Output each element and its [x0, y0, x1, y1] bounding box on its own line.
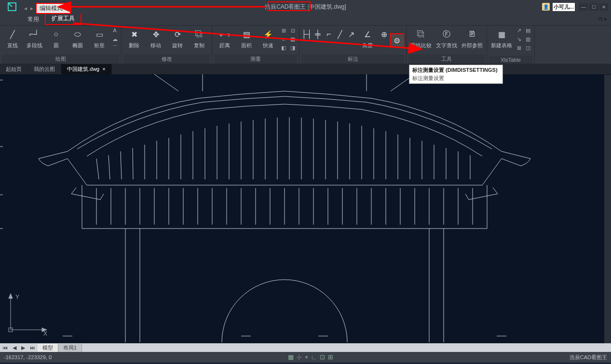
tool-rotate[interactable]: ⟳旋转	[167, 27, 188, 50]
xls-mini: ↗ ↘ ⊞	[515, 27, 523, 52]
fast-icon: ⚡	[261, 27, 275, 41]
doc-tab-start[interactable]: 起始页	[0, 64, 28, 74]
nav-back-icon[interactable]: ◄	[23, 6, 28, 11]
maximize-button[interactable]: ☐	[589, 3, 598, 11]
layout-nav-next-icon[interactable]: ▶	[19, 345, 27, 351]
dim6-icon: ⊕	[377, 27, 391, 41]
tool-dim-4[interactable]: ╱	[335, 27, 345, 42]
doc-tab-cloud[interactable]: 我的云图	[28, 64, 61, 74]
measure-mini-4-icon[interactable]: ⊡	[288, 27, 297, 34]
measure-mini-5-icon[interactable]: ▦	[288, 35, 297, 43]
xref-icon: 🖹	[465, 27, 479, 41]
status-tool-2-icon[interactable]: ⊹	[297, 353, 302, 361]
mode-dropdown[interactable]: 编辑模式 ▾	[36, 3, 71, 14]
status-tool-4-icon[interactable]: ∟	[311, 353, 317, 361]
close-button[interactable]: ✕	[599, 3, 608, 11]
tool-dim-5[interactable]: ↗	[346, 27, 356, 42]
status-tool-6-icon[interactable]: ⊞	[328, 353, 333, 361]
tool-copy[interactable]: ⿻复制	[189, 27, 210, 50]
tool-compare[interactable]: ⿻图纸比较	[408, 27, 434, 50]
tool-ellipse[interactable]: ⬭椭圆	[67, 27, 88, 50]
layout-nav-first-icon[interactable]: ⏮	[0, 345, 10, 351]
xls-mini-6-icon[interactable]: ◫	[524, 44, 532, 52]
xls-mini-5-icon[interactable]: ▥	[524, 35, 532, 43]
layout-nav-last-icon[interactable]: ⏭	[27, 345, 38, 351]
copy-icon: ⿻	[192, 27, 206, 41]
tool-move[interactable]: ✥移动	[145, 27, 166, 50]
document-tabs: 起始页 我的云图 中国建筑.dwg ×	[0, 64, 611, 74]
measure-mini-3-icon[interactable]: ◧	[279, 44, 288, 52]
rect-icon: ▭	[93, 27, 106, 41]
tooltip-dimdistsettings: 标注测量设置 (DIMDISTSETTINGS) 标注测量设置	[409, 65, 503, 84]
table-icon: ▦	[495, 27, 508, 41]
drawing-svg: Y X	[0, 74, 604, 343]
area-icon: ▨	[240, 27, 253, 41]
circle-icon: ○	[49, 27, 63, 41]
minimize-button[interactable]: —	[579, 3, 588, 11]
group-label-annotate: 标注	[301, 54, 404, 64]
tool-dimdistsettings[interactable]: ⚙	[390, 33, 404, 48]
tool-circle[interactable]: ○圆	[45, 27, 67, 50]
status-tools: ▦ ⊹ ⌖ ∟ ⊡ ⊞	[288, 353, 334, 361]
ribbon-group-measure: ⟷距离 ▨面积 ⚡快速 ⊞ ≡ ◧ ⊡ ▦ ◨ 测量	[212, 26, 299, 64]
tool-xref[interactable]: 🖹外部参照	[460, 27, 485, 50]
tool-arc-icon[interactable]: ⌒	[110, 44, 119, 52]
drawing-canvas[interactable]: Y X	[0, 74, 611, 343]
polyline-icon: ⌐┘	[27, 27, 41, 41]
layout-tab-model[interactable]: 模型	[38, 344, 58, 352]
ribbon-group-draw: ╱直线 ⌐┘多段线 ○圆 ⬭椭圆 ▭矩形 A ☁ ⌒ 绘图	[0, 26, 122, 64]
avatar-icon: 👤	[542, 3, 550, 11]
tab-common[interactable]: 常用	[22, 14, 45, 25]
findtext-icon: Ⓕ	[440, 27, 453, 41]
tool-fast[interactable]: ⚡快速	[258, 27, 279, 50]
status-tool-3-icon[interactable]: ⌖	[305, 353, 308, 361]
tool-text-icon[interactable]: A	[110, 27, 119, 34]
doc-restore-button[interactable]: ❐	[598, 17, 602, 23]
measure-mini-1-icon[interactable]: ⊞	[279, 27, 288, 34]
scrollbar-vertical[interactable]	[604, 75, 611, 343]
status-tool-5-icon[interactable]: ⊡	[320, 353, 325, 361]
xls-mini-2-icon[interactable]: ↘	[515, 35, 523, 43]
group-label-xlstable: XlsTable	[489, 56, 532, 64]
axis-y-label: Y	[15, 294, 19, 300]
line-icon: ╱	[6, 27, 19, 41]
tool-line[interactable]: ╱直线	[2, 27, 23, 50]
doc-close-button[interactable]: ✕	[604, 17, 607, 23]
xls-mini-1-icon[interactable]: ↗	[515, 27, 523, 34]
tool-findtext[interactable]: Ⓕ文字查找	[434, 27, 459, 50]
xls-mini-3-icon[interactable]: ⊞	[515, 44, 523, 52]
tool-dim-2[interactable]: ╪	[312, 27, 323, 42]
tool-dim-6[interactable]: ⊕	[379, 27, 389, 42]
tool-rectangle[interactable]: ▭矩形	[89, 27, 110, 50]
status-tool-1-icon[interactable]: ▦	[288, 353, 294, 361]
tool-newtable[interactable]: ▦新建表格	[489, 27, 514, 50]
measure-mini-6-icon[interactable]: ◨	[288, 44, 297, 52]
tool-distance[interactable]: ⟷距离	[214, 27, 235, 50]
status-brand: 浩辰CAD看图王	[570, 354, 607, 361]
tool-angle[interactable]: ∠角度	[357, 27, 378, 50]
tool-delete[interactable]: ✖删除	[123, 27, 145, 50]
axis-x-label: X	[43, 330, 47, 337]
group-label-modify: 修改	[123, 54, 210, 64]
title-user[interactable]: 👤 小可儿...	[542, 3, 575, 11]
distance-icon: ⟷	[218, 27, 231, 41]
xls-mini-4-icon[interactable]: ▤	[524, 27, 532, 34]
window-controls: — ☐ ✕	[579, 3, 608, 11]
tool-cloud-icon[interactable]: ☁	[110, 35, 119, 43]
xls-mini-b: ▤ ▥ ◫	[524, 27, 532, 52]
layout-nav-prev-icon[interactable]: ◀	[10, 345, 19, 351]
title-bar: 浩辰CAD看图王 [中国建筑.dwg] 👤 小可儿... — ☐ ✕	[0, 0, 611, 13]
ribbon-tab-row: 常用 扩展工具	[0, 13, 611, 25]
nav-fwd-icon[interactable]: ►	[29, 6, 34, 11]
move-icon: ✥	[149, 27, 163, 41]
doc-tab-current[interactable]: 中国建筑.dwg ×	[61, 64, 112, 74]
layout-tab-layout1[interactable]: 布局1	[58, 344, 82, 352]
tool-area[interactable]: ▨面积	[236, 27, 257, 50]
app-name: 浩辰CAD看图王	[265, 3, 306, 10]
tool-dim-3[interactable]: ⌐	[324, 27, 334, 42]
user-name: 小可儿...	[553, 3, 575, 11]
tab-extended[interactable]: 扩展工具	[45, 12, 81, 25]
measure-mini-2-icon[interactable]: ≡	[279, 35, 288, 43]
tool-dim-1[interactable]: ├┤	[301, 27, 312, 42]
tool-polyline[interactable]: ⌐┘多段线	[24, 27, 45, 50]
